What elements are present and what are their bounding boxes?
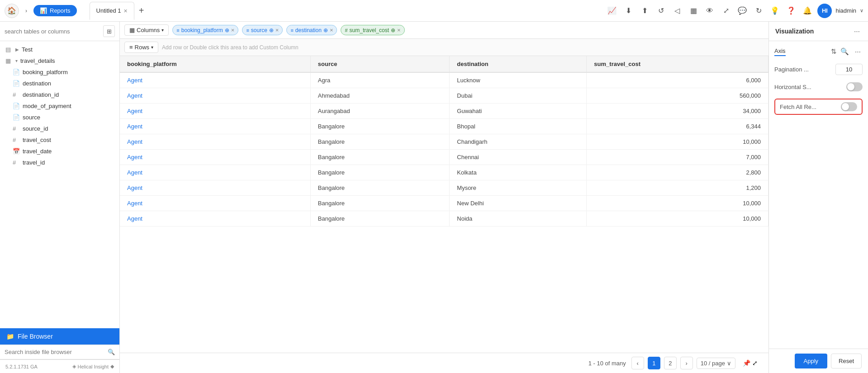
- horizontal-scroll-toggle[interactable]: [846, 82, 863, 91]
- text-icon-dest: ≡: [290, 28, 293, 33]
- sidebar-col-destination[interactable]: 📄 destination: [0, 78, 119, 89]
- col-close-sum[interactable]: ×: [397, 27, 401, 33]
- grid-view-icon[interactable]: ⊞: [103, 25, 115, 37]
- per-page-arrow: ∨: [727, 360, 731, 367]
- bulb-icon[interactable]: 💡: [768, 5, 781, 17]
- columns-button[interactable]: ▦ Columns ▾: [124, 24, 169, 36]
- fetch-all-row: Fetch All Re...: [774, 99, 863, 115]
- table-row: Agent Bangalore Bhopal 6,344: [120, 119, 768, 134]
- col-close-booking[interactable]: ×: [231, 27, 235, 33]
- right-panel-header: Visualization ⋯: [769, 22, 868, 41]
- col-tag-destination[interactable]: ≡ destination ⊕ ×: [286, 25, 337, 35]
- per-page-value: 10 / page: [701, 360, 725, 367]
- cell-sum-6: 2,800: [587, 165, 768, 180]
- reports-button[interactable]: 📊 Reports: [33, 5, 77, 16]
- hash-icon-sum: #: [345, 28, 347, 33]
- fetch-all-toggle[interactable]: [841, 102, 857, 111]
- sidebar-col-source[interactable]: 📄 source: [0, 112, 119, 123]
- sidebar-col-destination-id[interactable]: # destination_id: [0, 89, 119, 100]
- page-info: 1 - 10 of many: [588, 360, 626, 367]
- eye-icon[interactable]: 👁: [703, 5, 716, 17]
- axis-label: Axis: [774, 47, 786, 56]
- redo-icon[interactable]: ↻: [752, 5, 765, 17]
- col-tag-sum-travel[interactable]: # sum_travel_cost ⊕ ×: [341, 25, 404, 35]
- user-dropdown-arrow[interactable]: ∨: [860, 8, 863, 14]
- reset-button[interactable]: Reset: [831, 354, 862, 368]
- line-chart-icon[interactable]: 📈: [606, 5, 618, 17]
- page-next-button[interactable]: ›: [680, 357, 693, 369]
- rp-buttons: Apply Reset: [769, 349, 868, 373]
- tab-close-icon[interactable]: ×: [123, 7, 127, 14]
- col-tag-booking-platform[interactable]: ≡ booking_platform ⊕ ×: [172, 25, 238, 35]
- refresh-icon[interactable]: ↺: [655, 5, 667, 17]
- cell-source-6: Bangalore: [310, 165, 450, 180]
- col-tag-booking-label: booking_platform: [181, 27, 223, 33]
- col-tag-source[interactable]: ≡ source ⊕ ×: [242, 25, 283, 35]
- per-page-selector[interactable]: 10 / page ∨: [697, 358, 735, 369]
- cell-booking-5: Agent: [120, 150, 310, 165]
- col-tag-sum-label: sum_travel_cost: [350, 27, 389, 33]
- cell-dest-4: Chandigarh: [450, 134, 587, 150]
- col-header-sum: sum_travel_cost: [587, 56, 768, 72]
- tab-untitled[interactable]: Untitled 1 ×: [90, 2, 134, 20]
- horizontal-scroll-label: Horizontal S...: [774, 84, 811, 90]
- sidebar-col-travel-cost[interactable]: # travel_cost: [0, 134, 119, 146]
- file-browser-search-input[interactable]: [5, 349, 105, 355]
- rows-button[interactable]: ≡ Rows ▾: [124, 42, 158, 53]
- file-browser-search-bar: 🔍: [0, 345, 119, 359]
- rp-search-icon[interactable]: 🔍: [840, 47, 849, 56]
- home-button[interactable]: 🏠: [5, 4, 19, 18]
- sidebar-col-mode-payment[interactable]: 📄 mode_of_payment: [0, 100, 119, 112]
- search-input[interactable]: [5, 28, 100, 35]
- bell-icon[interactable]: 🔔: [801, 5, 814, 17]
- sidebar-item-test[interactable]: ▤ ▶ Test: [0, 44, 119, 55]
- col-close-dest[interactable]: ×: [330, 27, 333, 33]
- user-avatar[interactable]: HI: [817, 4, 832, 18]
- brand-diamond: ◆: [110, 364, 114, 369]
- sidebar-search-bar: ⊞: [0, 22, 119, 41]
- pagination-bar: 1 - 10 of many ‹ 1 2 › 10 / page ∨ 📌 ⤢: [120, 353, 768, 373]
- tab-bar: Untitled 1 × +: [90, 2, 148, 20]
- cell-sum-4: 10,000: [587, 134, 768, 150]
- pagination-value-input[interactable]: [835, 64, 863, 75]
- page-2-button[interactable]: 2: [664, 357, 677, 369]
- speech-icon[interactable]: 💬: [736, 5, 749, 17]
- sidebar-item-travel-details[interactable]: ▦ ▾ travel_details: [0, 55, 119, 66]
- table-row: Agent Bangalore Kolkata 2,800: [120, 165, 768, 180]
- upload-icon[interactable]: ⬆: [638, 5, 651, 17]
- col-header-destination: destination: [450, 56, 587, 72]
- rp-axis-more[interactable]: ⋯: [853, 47, 863, 57]
- download-icon[interactable]: ⬇: [622, 5, 635, 17]
- page-prev-button[interactable]: ‹: [631, 357, 644, 369]
- nav-arrow[interactable]: ›: [22, 6, 31, 15]
- fetch-all-label: Fetch All Re...: [780, 104, 816, 110]
- sidebar-col-source-id[interactable]: # source_id: [0, 123, 119, 134]
- pin-icon[interactable]: 📌: [743, 359, 750, 367]
- file-browser-section[interactable]: 📁 File Browser: [0, 328, 119, 345]
- share-icon[interactable]: ◁: [671, 5, 683, 17]
- sidebar-col-booking-platform[interactable]: 📄 booking_platform: [0, 66, 119, 78]
- sidebar-tree: ▤ ▶ Test ▦ ▾ travel_details 📄 booking_pl…: [0, 41, 119, 328]
- col-close-source[interactable]: ×: [275, 27, 279, 33]
- sidebar-test-label: Test: [22, 46, 114, 53]
- sidebar-col-travel-date[interactable]: 📅 travel_date: [0, 146, 119, 157]
- expand-bottom-icon[interactable]: ⤢: [752, 359, 758, 367]
- cell-booking-3: Agent: [120, 119, 310, 134]
- rp-more-icon[interactable]: ⋯: [852, 26, 862, 36]
- grid-layout-icon[interactable]: ▦: [687, 5, 700, 17]
- sort-icon[interactable]: ⇅: [831, 47, 837, 56]
- topbar-right: 📈 ⬇ ⬆ ↺ ◁ ▦ 👁 ⤢ 💬 ↻ 💡 ❓ 🔔 HI hiadmin ∨: [606, 4, 863, 18]
- cell-source-7: Bangalore: [310, 180, 450, 196]
- sidebar-col-travel-id[interactable]: # travel_id: [0, 157, 119, 168]
- cell-source-2: Aurangabad: [310, 104, 450, 119]
- tab-add-button[interactable]: +: [135, 5, 148, 17]
- apply-button[interactable]: Apply: [795, 354, 828, 368]
- data-table-container: booking_platform source destination sum_…: [120, 56, 768, 353]
- hash-icon-travel-cost: #: [13, 137, 20, 143]
- page-1-button[interactable]: 1: [648, 357, 660, 369]
- cell-dest-0: Lucknow: [450, 72, 587, 88]
- visualization-title: Visualization: [775, 28, 814, 35]
- expand-icon[interactable]: ⤢: [720, 5, 732, 17]
- table-icon: ▤: [5, 46, 13, 53]
- help-icon[interactable]: ❓: [785, 5, 797, 17]
